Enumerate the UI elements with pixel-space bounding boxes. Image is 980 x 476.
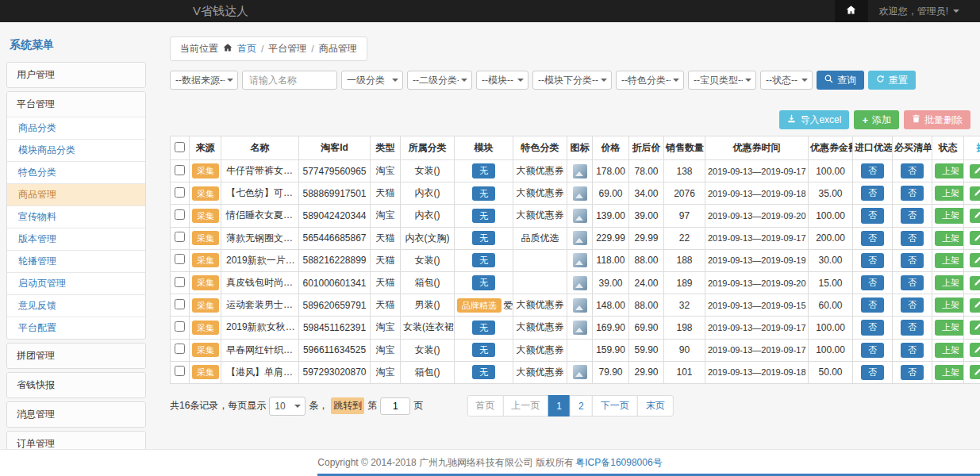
must-buy-toggle[interactable]: 否	[901, 298, 924, 313]
import-excel-button[interactable]: 导入excel	[779, 110, 849, 129]
module-badge[interactable]: 无	[472, 365, 495, 379]
status-button[interactable]: 上架	[935, 231, 964, 246]
must-buy-toggle[interactable]: 否	[901, 186, 924, 201]
import-select-toggle[interactable]: 否	[861, 365, 884, 380]
status-button[interactable]: 上架	[935, 208, 964, 223]
sidebar-subitem[interactable]: 模块商品分类	[7, 139, 145, 161]
must-buy-toggle[interactable]: 否	[901, 253, 924, 268]
sidebar-subitem[interactable]: 宣传物料	[7, 205, 145, 228]
icp-link[interactable]: 粤ICP备16098006号	[575, 456, 662, 470]
sidebar-item[interactable]: 平台管理	[7, 92, 145, 117]
filter-select[interactable]: --数据来源--	[170, 71, 238, 90]
sidebar-subitem[interactable]: 版本管理	[7, 228, 145, 250]
page-button[interactable]: 下一页	[592, 395, 638, 416]
page-button[interactable]: 上一页	[502, 395, 548, 416]
breadcrumb-home-link[interactable]: 首页	[237, 42, 256, 56]
sidebar-item[interactable]: 省钱快报	[7, 373, 145, 397]
filter-select[interactable]: --状态--	[760, 71, 813, 90]
import-select-toggle[interactable]: 否	[861, 343, 884, 358]
import-select-toggle[interactable]: 否	[861, 186, 884, 201]
status-button[interactable]: 上架	[935, 275, 964, 290]
row-checkbox[interactable]	[175, 254, 185, 264]
module-badge[interactable]: 品牌精选	[457, 298, 502, 313]
must-buy-toggle[interactable]: 否	[901, 320, 924, 335]
must-buy-toggle[interactable]: 否	[901, 275, 924, 290]
sidebar-item[interactable]: 拼团管理	[7, 344, 145, 368]
import-select-toggle[interactable]: 否	[861, 163, 884, 178]
row-checkbox[interactable]	[175, 344, 185, 354]
module-badge[interactable]: 无	[472, 321, 495, 335]
edit-button[interactable]	[970, 365, 980, 379]
add-button[interactable]: + 添加	[854, 110, 899, 129]
sidebar-subitem[interactable]: 平台配置	[7, 317, 145, 339]
status-button[interactable]: 上架	[935, 320, 964, 335]
import-select-toggle[interactable]: 否	[861, 231, 884, 246]
status-button[interactable]: 上架	[935, 163, 964, 178]
filter-select[interactable]: 一级分类	[341, 71, 403, 90]
page-button[interactable]: 末页	[637, 395, 674, 416]
edit-button[interactable]	[970, 276, 980, 290]
module-badge[interactable]: 无	[472, 275, 495, 290]
page-button[interactable]: 2	[570, 395, 593, 416]
import-select-toggle[interactable]: 否	[861, 208, 884, 223]
edit-button[interactable]	[970, 321, 980, 335]
row-checkbox[interactable]	[175, 187, 185, 198]
status-button[interactable]: 上架	[935, 253, 964, 268]
import-select-toggle[interactable]: 否	[861, 253, 884, 268]
sidebar-subitem[interactable]: 商品管理	[7, 183, 145, 205]
edit-button[interactable]	[970, 186, 980, 201]
reset-button[interactable]: 重置	[868, 71, 916, 90]
row-checkbox[interactable]	[175, 299, 185, 309]
search-button[interactable]: 查询	[817, 71, 864, 90]
row-checkbox[interactable]	[175, 321, 185, 332]
page-button[interactable]: 首页	[467, 395, 503, 416]
row-checkbox[interactable]	[175, 165, 185, 175]
edit-button[interactable]	[970, 343, 980, 357]
import-select-toggle[interactable]: 否	[861, 320, 884, 335]
user-menu[interactable]: 欢迎您，管理员!	[868, 5, 980, 18]
sidebar-subitem[interactable]: 商品分类	[7, 117, 145, 139]
sidebar-item[interactable]: 消息管理	[7, 402, 145, 427]
edit-button[interactable]	[970, 298, 980, 313]
must-buy-toggle[interactable]: 否	[901, 343, 924, 358]
sidebar-item[interactable]: 用户管理	[7, 63, 145, 87]
name-search-input[interactable]	[242, 71, 337, 90]
page-button[interactable]: 1	[548, 395, 571, 416]
module-badge[interactable]: 无	[472, 231, 495, 245]
status-button[interactable]: 上架	[935, 343, 964, 358]
sidebar-subitem[interactable]: 轮播管理	[7, 250, 145, 272]
filter-select[interactable]: --二级分类--	[407, 71, 472, 90]
edit-button[interactable]	[970, 231, 980, 245]
select-all-checkbox[interactable]	[175, 142, 185, 152]
module-badge[interactable]: 无	[472, 253, 495, 267]
must-buy-toggle[interactable]: 否	[901, 208, 924, 223]
filter-select[interactable]: --模块--	[476, 71, 528, 90]
status-button[interactable]: 上架	[935, 298, 964, 313]
row-checkbox[interactable]	[175, 232, 185, 242]
sidebar-subitem[interactable]: 启动页管理	[7, 272, 145, 294]
sidebar-subitem[interactable]: 特色分类	[7, 161, 145, 183]
jump-page-input[interactable]	[380, 397, 410, 415]
module-badge[interactable]: 无	[472, 186, 495, 201]
must-buy-toggle[interactable]: 否	[901, 365, 924, 380]
filter-select[interactable]: --宝贝类型--	[688, 71, 756, 90]
edit-button[interactable]	[970, 253, 980, 267]
must-buy-toggle[interactable]: 否	[901, 163, 924, 178]
import-select-toggle[interactable]: 否	[861, 275, 884, 290]
per-page-select[interactable]: 10	[269, 397, 306, 416]
status-button[interactable]: 上架	[935, 365, 964, 380]
sidebar-subitem[interactable]: 意见反馈	[7, 294, 145, 317]
module-badge[interactable]: 无	[472, 209, 495, 223]
filter-select[interactable]: --特色分类--	[616, 71, 684, 90]
module-badge[interactable]: 无	[472, 163, 495, 178]
import-select-toggle[interactable]: 否	[861, 298, 884, 313]
status-button[interactable]: 上架	[935, 186, 964, 201]
must-buy-toggle[interactable]: 否	[901, 231, 924, 246]
filter-select[interactable]: --模块下分类--	[532, 71, 612, 90]
module-badge[interactable]: 无	[472, 343, 495, 357]
home-button[interactable]	[835, 0, 868, 22]
batch-delete-button[interactable]: 批量删除	[904, 110, 970, 129]
jump-button[interactable]: 跳转到	[331, 397, 364, 414]
row-checkbox[interactable]	[175, 366, 185, 376]
edit-button[interactable]	[970, 209, 980, 223]
